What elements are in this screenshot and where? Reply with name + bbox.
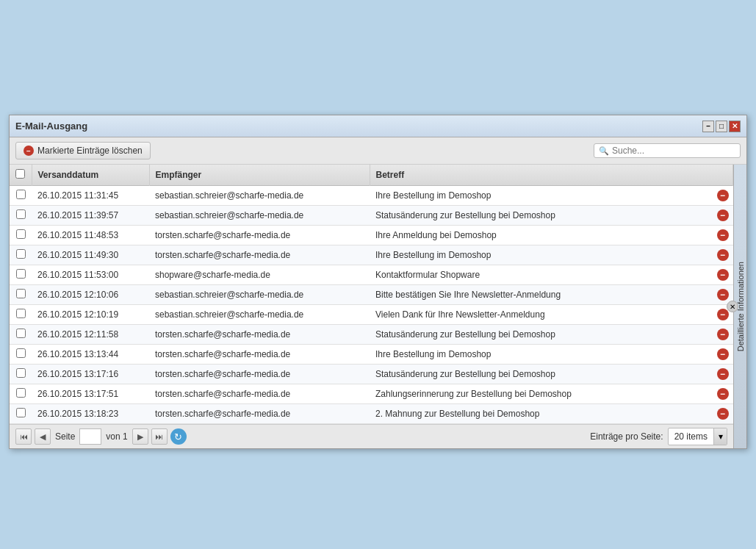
row-checkbox-cell — [10, 384, 32, 404]
row-delete-button[interactable]: − — [717, 408, 729, 420]
row-subject-cell: Ihre Bestellung im Demoshop − — [370, 186, 733, 206]
row-delete-button[interactable]: − — [717, 368, 729, 380]
table-row[interactable]: 26.10.2015 13:17:51 torsten.scharfe@scha… — [10, 384, 733, 404]
row-delete-button[interactable]: − — [717, 190, 729, 201]
date-col-header[interactable]: Versanddatum — [32, 165, 149, 186]
row-checkbox[interactable] — [16, 368, 26, 378]
search-icon: 🔍 — [599, 146, 609, 156]
delete-marked-button[interactable]: − Markierte Einträge löschen — [15, 142, 151, 159]
pagination: ⏮ ◀ Seite 1 von 1 ▶ ⏭ ↻ — [15, 428, 187, 445]
row-delete-button[interactable]: − — [717, 269, 729, 281]
table-row[interactable]: 26.10.2015 12:11:58 torsten.scharfe@scha… — [10, 325, 733, 345]
row-delete-button[interactable]: − — [717, 209, 729, 221]
table-row[interactable]: 26.10.2015 13:17:16 torsten.scharfe@scha… — [10, 365, 733, 384]
table-row[interactable]: 26.10.2015 11:31:45 sebastian.schreier@s… — [10, 186, 733, 206]
right-panel-label: Detaillierte Informationen — [735, 256, 746, 357]
row-checkbox-cell — [10, 186, 32, 206]
table-row[interactable]: 26.10.2015 12:10:19 sebastian.schreier@s… — [10, 305, 733, 325]
table-row[interactable]: 26.10.2015 13:13:44 torsten.scharfe@scha… — [10, 345, 733, 365]
row-subject: Statusänderung zur Bestellung bei Demosh… — [375, 369, 727, 379]
row-checkbox[interactable] — [16, 408, 26, 417]
row-recipient: shopware@scharfe-media.de — [149, 265, 370, 285]
row-delete-button[interactable]: − — [717, 289, 729, 301]
delete-btn-label: Markierte Einträge löschen — [37, 146, 143, 156]
row-subject-cell: Kontaktformular Shopware − — [370, 265, 733, 285]
row-checkbox-cell — [10, 345, 32, 365]
row-date: 26.10.2015 13:17:16 — [32, 365, 149, 384]
row-checkbox[interactable] — [16, 289, 26, 298]
row-delete-button[interactable]: − — [717, 388, 729, 400]
row-subject-cell: Statusänderung zur Bestellung bei Demosh… — [370, 206, 733, 226]
row-checkbox[interactable] — [16, 309, 26, 318]
delete-icon: − — [24, 146, 34, 156]
row-delete-button[interactable]: − — [717, 309, 729, 320]
row-checkbox[interactable] — [16, 388, 26, 398]
row-checkbox[interactable] — [16, 190, 26, 199]
row-checkbox[interactable] — [16, 269, 26, 279]
row-checkbox[interactable] — [16, 249, 26, 259]
status-bar: ⏮ ◀ Seite 1 von 1 ▶ ⏭ ↻ Einträge pro Sei… — [10, 424, 733, 448]
row-checkbox[interactable] — [16, 229, 26, 239]
row-subject: Ihre Bestellung im Demoshop — [375, 349, 727, 359]
last-page-button[interactable]: ⏭ — [151, 428, 168, 445]
first-page-button[interactable]: ⏮ — [15, 428, 32, 445]
row-delete-button[interactable]: − — [717, 249, 729, 261]
row-delete-button[interactable]: − — [717, 229, 729, 241]
row-subject: Ihre Bestellung im Demoshop — [375, 190, 727, 201]
table-row[interactable]: 26.10.2015 11:48:53 torsten.scharfe@scha… — [10, 226, 733, 245]
of-label: von 1 — [106, 431, 127, 442]
row-recipient: torsten.scharfe@scharfe-media.de — [149, 325, 370, 345]
items-per-page-value: 20 items — [669, 431, 713, 442]
refresh-button[interactable]: ↻ — [170, 428, 187, 445]
right-panel[interactable]: ✕ Detaillierte Informationen — [733, 165, 746, 448]
row-date: 26.10.2015 13:17:51 — [32, 384, 149, 404]
row-subject-cell: Vielen Dank für Ihre Newsletter-Anmeldun… — [370, 305, 733, 325]
checkbox-col-header[interactable] — [10, 165, 32, 186]
title-bar: E-Mail-Ausgang – □ ✕ — [10, 115, 746, 137]
row-checkbox-cell — [10, 226, 32, 245]
row-date: 26.10.2015 12:10:19 — [32, 305, 149, 325]
table-row[interactable]: 26.10.2015 11:49:30 torsten.scharfe@scha… — [10, 245, 733, 265]
row-subject: Ihre Bestellung im Demoshop — [375, 250, 727, 260]
row-date: 26.10.2015 11:53:00 — [32, 265, 149, 285]
subject-col-header[interactable]: Betreff — [370, 165, 733, 186]
row-checkbox-cell — [10, 245, 32, 265]
row-checkbox[interactable] — [16, 348, 26, 358]
row-subject: Statusänderung zur Bestellung bei Demosh… — [375, 210, 727, 220]
table-row[interactable]: 26.10.2015 12:10:06 sebastian.schreier@s… — [10, 285, 733, 305]
close-button[interactable]: ✕ — [729, 121, 741, 132]
search-input[interactable] — [612, 146, 735, 156]
row-subject: Statusänderung zur Bestellung bei Demosh… — [375, 329, 727, 340]
maximize-button[interactable]: □ — [716, 121, 727, 132]
select-all-checkbox[interactable] — [15, 169, 25, 179]
row-delete-button[interactable]: − — [717, 348, 729, 360]
page-label: Seite — [55, 431, 75, 442]
row-checkbox[interactable] — [16, 329, 26, 338]
items-per-page-dropdown[interactable]: ▾ — [713, 428, 727, 445]
current-page-input[interactable]: 1 — [79, 428, 101, 445]
per-page-label: Einträge pro Seite: — [590, 431, 663, 442]
row-checkbox-cell — [10, 365, 32, 384]
email-outbox-window: E-Mail-Ausgang – □ ✕ − Markierte Einträg… — [9, 115, 747, 449]
table-row[interactable]: 26.10.2015 11:53:00 shopware@scharfe-med… — [10, 265, 733, 285]
row-delete-button[interactable]: − — [717, 329, 729, 340]
row-recipient: sebastian.schreier@scharfe-media.de — [149, 206, 370, 226]
row-subject: Zahlungserinnerung zur Bestellung bei De… — [375, 389, 727, 399]
row-checkbox[interactable] — [16, 209, 26, 219]
row-checkbox-cell — [10, 325, 32, 345]
search-box: 🔍 — [594, 143, 741, 158]
table-row[interactable]: 26.10.2015 11:39:57 sebastian.schreier@s… — [10, 206, 733, 226]
next-page-button[interactable]: ▶ — [132, 428, 148, 445]
row-date: 26.10.2015 11:48:53 — [32, 226, 149, 245]
window-title: E-Mail-Ausgang — [15, 121, 87, 132]
email-table: Versanddatum Empfänger Betreff 26.10.201… — [10, 165, 733, 424]
row-subject-cell: Statusänderung zur Bestellung bei Demosh… — [370, 325, 733, 345]
row-recipient: torsten.scharfe@scharfe-media.de — [149, 245, 370, 265]
row-subject-cell: 2. Mahnung zur Bestellung bei Demoshop − — [370, 404, 733, 424]
row-checkbox-cell — [10, 206, 32, 226]
minimize-button[interactable]: – — [702, 121, 714, 132]
table-row[interactable]: 26.10.2015 13:18:23 torsten.scharfe@scha… — [10, 404, 733, 424]
prev-page-button[interactable]: ◀ — [35, 428, 51, 445]
items-per-page-wrapper[interactable]: 20 items ▾ — [668, 428, 727, 445]
recipient-col-header[interactable]: Empfänger — [149, 165, 370, 186]
